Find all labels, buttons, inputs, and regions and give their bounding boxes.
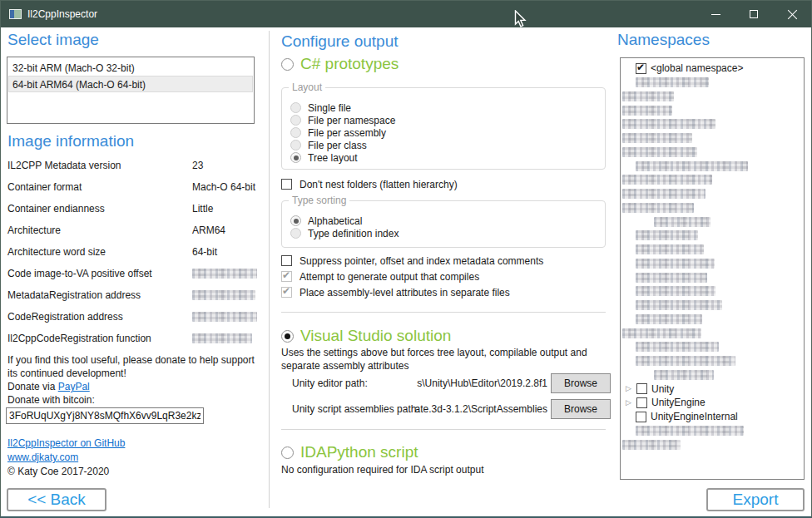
redacted-namespace (622, 189, 706, 199)
namespace-item[interactable] (621, 146, 804, 160)
namespace-item[interactable] (621, 424, 804, 438)
output-checkbox-row[interactable]: Place assembly-level attributes in separ… (281, 284, 543, 300)
namespace-item[interactable] (621, 270, 804, 284)
image-list-item[interactable]: 64-bit ARM64 (Mach-O 64-bit) (8, 76, 253, 92)
paypal-link[interactable]: PayPal (58, 380, 90, 393)
website-link[interactable]: www.djkaty.com (7, 451, 78, 464)
flatten-checkbox-row[interactable]: Don't nest folders (flatten hierarchy) (281, 176, 458, 192)
idapython-label: IDAPython script (300, 443, 418, 461)
namespace-item[interactable] (621, 201, 804, 215)
radio-icon[interactable] (290, 228, 301, 239)
namespace-item[interactable] (621, 354, 804, 368)
radio-icon[interactable] (290, 127, 301, 138)
radio-option[interactable]: Single file (290, 101, 600, 114)
info-value: 64-bit (192, 246, 217, 258)
info-row: Architecture word size64-bit (7, 241, 262, 263)
checkbox-icon[interactable] (281, 287, 292, 298)
visual-studio-radio[interactable] (281, 330, 294, 343)
radio-option[interactable]: File per class (290, 139, 600, 151)
namespace-item[interactable] (621, 173, 804, 187)
namespace-label: Unity (651, 383, 674, 395)
redacted-namespace (654, 370, 714, 380)
copyright-text: © Katy Coe 2017-2020 (7, 465, 109, 478)
namespace-item[interactable]: <global namespace> (621, 62, 804, 76)
csharp-prototypes-radio[interactable] (281, 58, 294, 71)
namespace-item[interactable] (621, 131, 804, 146)
close-button[interactable] (773, 1, 811, 27)
namespace-item[interactable] (621, 90, 804, 104)
app-window: Il2CppInspector Select image 32-bit ARM … (0, 0, 812, 518)
donate-message: If you find this tool useful, please don… (7, 353, 259, 380)
namespace-item[interactable] (621, 313, 804, 327)
unity-assemblies-browse-button[interactable]: Browse (551, 399, 611, 419)
radio-option[interactable]: Tree layout (290, 151, 600, 164)
namespace-item[interactable] (621, 117, 804, 131)
column-separator (269, 31, 270, 508)
namespace-item[interactable] (621, 257, 804, 271)
namespace-item[interactable] (621, 340, 804, 354)
redacted-value (192, 269, 257, 279)
image-listbox[interactable]: 32-bit ARM (Mach-O 32-bit)64-bit ARM64 (… (7, 57, 255, 124)
namespace-checkbox[interactable] (636, 397, 647, 408)
radio-option[interactable]: Type definition index (290, 227, 600, 239)
radio-option[interactable]: File per assembly (290, 126, 600, 139)
namespace-item[interactable]: UnityEngineInternal (621, 410, 804, 424)
layout-groupbox: Layout Single fileFile per namespaceFile… (281, 87, 606, 170)
radio-icon[interactable] (290, 140, 301, 150)
flatten-checkbox[interactable] (281, 179, 292, 190)
export-button[interactable]: Export (706, 488, 805, 511)
csharp-prototypes-option[interactable]: C# prototypes (281, 54, 399, 74)
namespace-item[interactable] (621, 215, 804, 229)
radio-option[interactable]: Alphabetical (290, 215, 600, 227)
output-checkbox-row[interactable]: Attempt to generate output that compiles (281, 269, 543, 284)
idapython-radio[interactable] (281, 446, 294, 459)
namespace-checkbox[interactable] (636, 383, 647, 394)
output-checkbox-row[interactable]: Suppress pointer, offset and index metad… (281, 253, 543, 269)
radio-icon[interactable] (290, 102, 301, 113)
type-sorting-group-label: Type sorting (289, 195, 349, 206)
checkbox-icon[interactable] (281, 271, 292, 282)
bitcoin-address-input[interactable] (6, 407, 204, 424)
namespace-item[interactable]: ▷Unity (621, 382, 804, 396)
unity-editor-browse-button[interactable]: Browse (551, 373, 611, 393)
visual-studio-description: Uses the settings above but forces tree … (281, 346, 601, 372)
namespace-item[interactable] (621, 368, 804, 382)
radio-option[interactable]: File per namespace (290, 114, 600, 126)
expander-icon[interactable]: ▷ (626, 399, 633, 407)
radio-icon[interactable] (290, 115, 301, 126)
maximize-button[interactable] (735, 1, 773, 27)
namespace-checkbox[interactable] (636, 63, 646, 74)
namespace-item[interactable] (621, 103, 804, 117)
namespace-item[interactable] (621, 243, 804, 257)
namespaces-list[interactable]: <global namespace>▷Unity▷UnityEngineUnit… (620, 57, 805, 480)
expander-icon[interactable]: ▷ (626, 385, 633, 392)
checkbox-icon[interactable] (281, 255, 292, 266)
namespace-item[interactable] (621, 159, 804, 173)
section-divider (281, 429, 606, 430)
radio-icon[interactable] (290, 215, 301, 226)
namespace-item[interactable] (621, 437, 804, 451)
info-label: Container format (7, 181, 192, 193)
redacted-value (192, 333, 252, 343)
info-row: Code image-to-VA positive offset (7, 263, 262, 284)
namespace-checkbox[interactable] (636, 412, 646, 422)
radio-icon[interactable] (290, 152, 301, 163)
namespace-item[interactable] (621, 229, 804, 243)
checkbox-label: Suppress pointer, offset and index metad… (300, 255, 543, 267)
namespace-item[interactable] (621, 298, 804, 313)
namespace-item[interactable]: ▷UnityEngine (621, 396, 804, 410)
namespace-item[interactable] (621, 326, 804, 340)
idapython-description: No configuration required for IDA script… (281, 463, 483, 476)
redacted-namespace (622, 106, 672, 116)
github-link[interactable]: Il2CppInspector on GitHub (7, 437, 125, 450)
namespace-item[interactable] (621, 187, 804, 201)
minimize-button[interactable] (696, 1, 735, 27)
namespace-item[interactable] (621, 284, 804, 298)
namespace-item[interactable] (621, 76, 804, 90)
visual-studio-option[interactable]: Visual Studio solution (281, 326, 451, 346)
titlebar[interactable]: Il2CppInspector (1, 1, 811, 27)
back-button[interactable]: << Back (7, 488, 106, 511)
minimize-icon (711, 14, 720, 15)
idapython-option[interactable]: IDAPython script (281, 442, 418, 462)
image-list-item[interactable]: 32-bit ARM (Mach-O 32-bit) (8, 59, 253, 76)
